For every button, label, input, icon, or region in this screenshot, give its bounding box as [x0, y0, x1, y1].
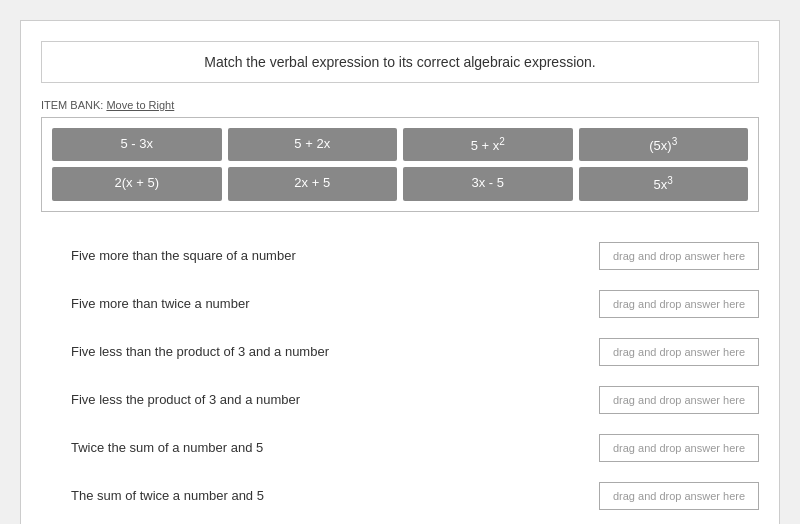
- drop-zone-4[interactable]: drag and drop answer here: [599, 386, 759, 414]
- question-row-4: Five less the product of 3 and a number …: [41, 376, 759, 424]
- bank-item-6[interactable]: 2x + 5: [228, 167, 398, 200]
- question-row-2: Five more than twice a number drag and d…: [41, 280, 759, 328]
- bank-item-2[interactable]: 5 + 2x: [228, 128, 398, 161]
- question-row-5: Twice the sum of a number and 5 drag and…: [41, 424, 759, 472]
- question-row-3: Five less than the product of 3 and a nu…: [41, 328, 759, 376]
- bank-item-1[interactable]: 5 - 3x: [52, 128, 222, 161]
- item-bank-label: ITEM BANK: Move to Right: [41, 99, 759, 111]
- drop-zone-6[interactable]: drag and drop answer here: [599, 482, 759, 510]
- instruction-text: Match the verbal expression to its corre…: [41, 41, 759, 83]
- questions-section: Five more than the square of a number dr…: [41, 232, 759, 524]
- question-text-4: Five less the product of 3 and a number: [41, 392, 599, 407]
- bank-item-3[interactable]: 5 + x2: [403, 128, 573, 161]
- item-bank-grid: 5 - 3x 5 + 2x 5 + x2 (5x)3 2(x + 5) 2x +…: [52, 128, 748, 201]
- drop-zone-3[interactable]: drag and drop answer here: [599, 338, 759, 366]
- main-container: Match the verbal expression to its corre…: [20, 20, 780, 524]
- question-text-1: Five more than the square of a number: [41, 248, 599, 263]
- question-row-6: The sum of twice a number and 5 drag and…: [41, 472, 759, 520]
- question-text-5: Twice the sum of a number and 5: [41, 440, 599, 455]
- drop-zone-1[interactable]: drag and drop answer here: [599, 242, 759, 270]
- bank-item-7[interactable]: 3x - 5: [403, 167, 573, 200]
- question-row-7: The product of the cube of a number and …: [41, 520, 759, 524]
- question-text-3: Five less than the product of 3 and a nu…: [41, 344, 599, 359]
- question-row-1: Five more than the square of a number dr…: [41, 232, 759, 280]
- bank-item-5[interactable]: 2(x + 5): [52, 167, 222, 200]
- item-bank-box: 5 - 3x 5 + 2x 5 + x2 (5x)3 2(x + 5) 2x +…: [41, 117, 759, 212]
- move-to-right-link[interactable]: Move to Right: [106, 99, 174, 111]
- instruction-label: Match the verbal expression to its corre…: [204, 54, 595, 70]
- drop-zone-5[interactable]: drag and drop answer here: [599, 434, 759, 462]
- bank-item-8[interactable]: 5x3: [579, 167, 749, 200]
- drop-zone-2[interactable]: drag and drop answer here: [599, 290, 759, 318]
- question-text-2: Five more than twice a number: [41, 296, 599, 311]
- question-text-6: The sum of twice a number and 5: [41, 488, 599, 503]
- bank-item-4[interactable]: (5x)3: [579, 128, 749, 161]
